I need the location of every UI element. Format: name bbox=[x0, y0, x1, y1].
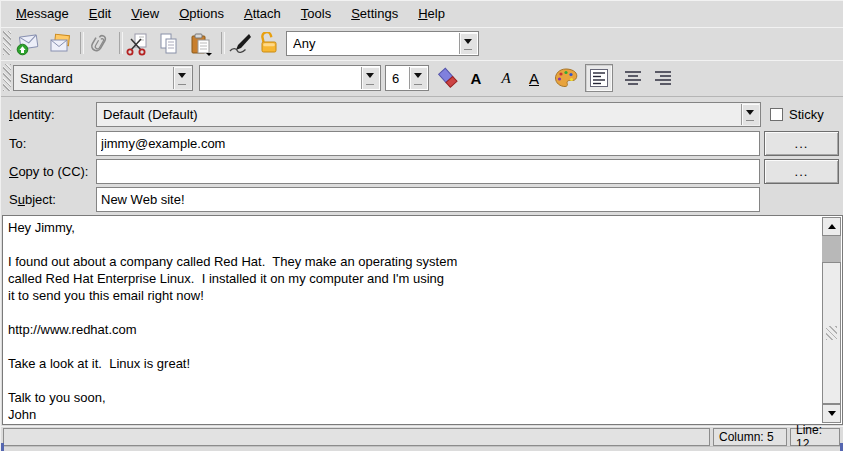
body-line: http://www.redhat.com bbox=[8, 321, 821, 338]
remove-formatting-button[interactable] bbox=[435, 65, 461, 91]
mail-composer-window: Message Edit View Options Attach Tools S… bbox=[0, 0, 843, 451]
menu-edit[interactable]: Edit bbox=[80, 3, 120, 24]
toolbar-separator bbox=[119, 32, 123, 54]
status-message-panel bbox=[3, 428, 710, 446]
send-mail-icon bbox=[16, 32, 40, 56]
message-body-editor[interactable]: Hey Jimmy, I found out about a company c… bbox=[2, 215, 843, 425]
crypto-format-combobox[interactable]: Any bbox=[286, 31, 479, 56]
menu-bar: Message Edit View Options Attach Tools S… bbox=[1, 0, 843, 28]
vertical-scrollbar[interactable] bbox=[822, 217, 841, 423]
italic-icon: A bbox=[501, 70, 510, 87]
queue-mail-icon bbox=[48, 32, 72, 56]
cc-input[interactable] bbox=[96, 159, 760, 184]
sticky-label: Sticky bbox=[789, 107, 824, 122]
menu-settings[interactable]: Settings bbox=[342, 3, 407, 24]
align-center-icon bbox=[622, 67, 644, 89]
copy-icon bbox=[157, 32, 181, 56]
to-input[interactable] bbox=[96, 131, 760, 156]
palette-icon bbox=[553, 66, 579, 90]
body-line: Talk to you soon, bbox=[8, 389, 821, 406]
body-line: Hey Jimmy, bbox=[8, 219, 821, 236]
subject-input[interactable] bbox=[96, 187, 760, 212]
font-size-value: 6 bbox=[392, 66, 408, 90]
menu-attach[interactable]: Attach bbox=[235, 3, 290, 24]
arrow-down-icon bbox=[828, 411, 836, 416]
body-line bbox=[8, 372, 821, 389]
eraser-icon bbox=[436, 66, 460, 90]
sticky-checkbox[interactable] bbox=[770, 108, 783, 121]
copy-button[interactable] bbox=[156, 31, 182, 57]
main-toolbar: Any bbox=[1, 27, 843, 61]
menu-view[interactable]: View bbox=[122, 3, 168, 24]
identity-label: Identity: bbox=[9, 107, 55, 122]
chevron-down-icon[interactable] bbox=[361, 67, 379, 89]
scrollbar-thumb[interactable] bbox=[822, 262, 841, 404]
font-family-combobox[interactable] bbox=[199, 65, 381, 91]
body-line: Take a look at it. Linux is great! bbox=[8, 355, 821, 372]
send-mail-button[interactable] bbox=[15, 31, 41, 57]
identity-combobox[interactable]: Default (Default) bbox=[96, 102, 761, 127]
align-left-button[interactable] bbox=[585, 64, 613, 92]
toolbar-handle[interactable] bbox=[3, 64, 11, 91]
queue-mail-button[interactable] bbox=[47, 31, 73, 57]
chevron-down-icon[interactable] bbox=[409, 67, 427, 89]
identity-value: Default (Default) bbox=[103, 103, 740, 126]
font-family-input[interactable] bbox=[202, 67, 360, 89]
scissors-icon bbox=[125, 32, 149, 56]
underline-button[interactable]: A bbox=[521, 65, 547, 91]
underline-icon: A bbox=[529, 70, 539, 87]
format-toolbar: Standard 6 A A A bbox=[1, 60, 843, 97]
status-bar: Column: 5 Line: 12 bbox=[1, 426, 843, 448]
pen-icon bbox=[228, 32, 252, 56]
menu-message[interactable]: Message bbox=[7, 3, 78, 24]
cc-label: Copy to (CC): bbox=[9, 164, 88, 179]
menu-help[interactable]: Help bbox=[409, 3, 454, 24]
chevron-down-icon[interactable] bbox=[173, 67, 191, 89]
bold-icon: A bbox=[471, 70, 482, 87]
chevron-down-icon[interactable] bbox=[741, 104, 759, 125]
body-line: called Red Hat Enterprise Linux. I insta… bbox=[8, 270, 821, 287]
toolbar-separator bbox=[80, 32, 84, 54]
align-left-icon bbox=[588, 67, 610, 89]
paragraph-style-value: Standard bbox=[20, 66, 172, 90]
toolbar-separator bbox=[221, 32, 225, 54]
cut-button[interactable] bbox=[124, 31, 150, 57]
paste-button[interactable] bbox=[188, 31, 214, 57]
open-lock-icon bbox=[257, 32, 281, 56]
sign-message-button[interactable] bbox=[227, 31, 253, 57]
status-line-panel: Line: 12 bbox=[790, 428, 840, 446]
menu-tools[interactable]: Tools bbox=[292, 3, 340, 24]
to-browse-button[interactable]: ... bbox=[764, 131, 839, 156]
window-resize-edge[interactable] bbox=[1, 446, 843, 451]
body-line bbox=[8, 338, 821, 355]
bold-button[interactable]: A bbox=[463, 65, 489, 91]
to-label: To: bbox=[9, 136, 26, 151]
paperclip-icon bbox=[87, 32, 111, 56]
align-right-button[interactable] bbox=[649, 64, 677, 92]
resize-corner-left[interactable] bbox=[1, 443, 4, 451]
text-color-button[interactable] bbox=[551, 65, 581, 91]
align-center-button[interactable] bbox=[619, 64, 647, 92]
body-line: John bbox=[8, 406, 821, 423]
font-size-combobox[interactable]: 6 bbox=[385, 65, 429, 91]
scroll-up-button[interactable] bbox=[822, 217, 841, 236]
message-body-text[interactable]: Hey Jimmy, I found out about a company c… bbox=[3, 216, 821, 424]
chevron-down-icon[interactable] bbox=[459, 33, 477, 54]
encrypt-message-button[interactable] bbox=[256, 31, 282, 57]
italic-button[interactable]: A bbox=[493, 65, 519, 91]
arrow-up-icon bbox=[828, 224, 836, 229]
attach-file-button[interactable] bbox=[86, 31, 112, 57]
crypto-format-value: Any bbox=[293, 32, 458, 55]
toolbar-handle[interactable] bbox=[3, 31, 11, 55]
subject-label: Subject: bbox=[9, 192, 56, 207]
body-line bbox=[8, 236, 821, 253]
scroll-down-button[interactable] bbox=[822, 404, 841, 423]
clipboard-icon bbox=[189, 32, 213, 56]
paragraph-style-combobox[interactable]: Standard bbox=[13, 65, 193, 91]
cc-browse-button[interactable]: ... bbox=[764, 159, 839, 184]
body-line: it to send you this email right now! bbox=[8, 287, 821, 304]
align-right-icon bbox=[652, 67, 674, 89]
body-line bbox=[8, 304, 821, 321]
menu-options[interactable]: Options bbox=[170, 3, 233, 24]
status-column-panel: Column: 5 bbox=[713, 428, 787, 446]
